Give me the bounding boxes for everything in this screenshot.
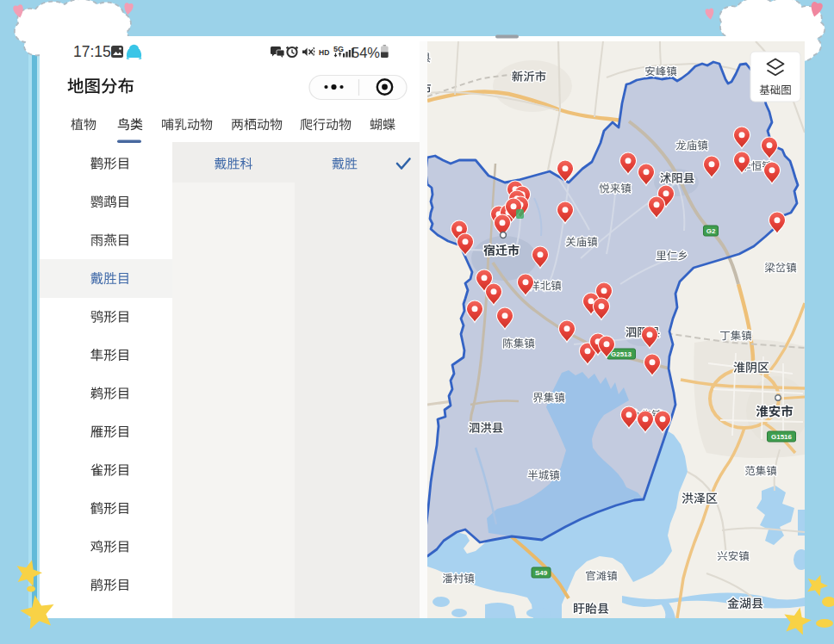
svg-text:G2513: G2513 xyxy=(611,350,632,358)
svg-text:5G: 5G xyxy=(333,45,344,53)
svg-text:17:15: 17:15 xyxy=(73,43,111,60)
svg-text:G2: G2 xyxy=(706,227,716,235)
svg-text:HD: HD xyxy=(319,48,329,57)
svg-text:54%: 54% xyxy=(352,45,380,60)
svg-text:S49: S49 xyxy=(535,569,548,577)
svg-text:G1516: G1516 xyxy=(771,433,793,441)
